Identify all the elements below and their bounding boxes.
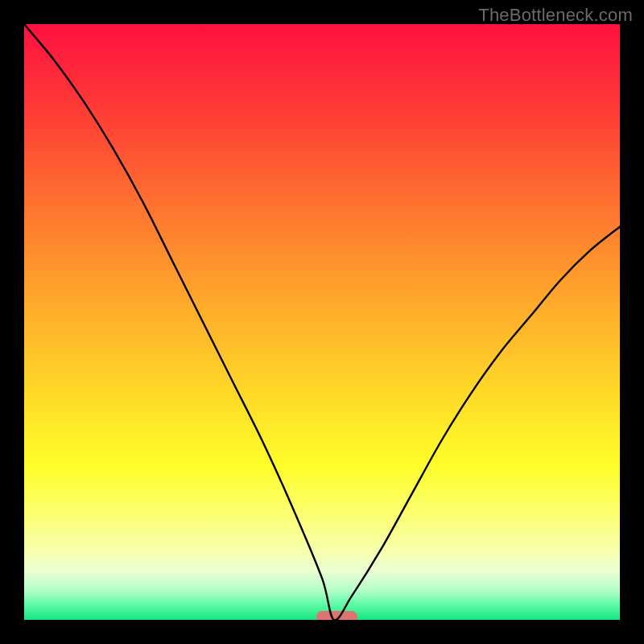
curve-path — [24, 24, 620, 620]
bottleneck-curve — [24, 24, 620, 620]
watermark-text: TheBottleneck.com — [478, 5, 633, 26]
plot-area — [24, 24, 620, 620]
chart-frame: TheBottleneck.com — [0, 0, 644, 644]
